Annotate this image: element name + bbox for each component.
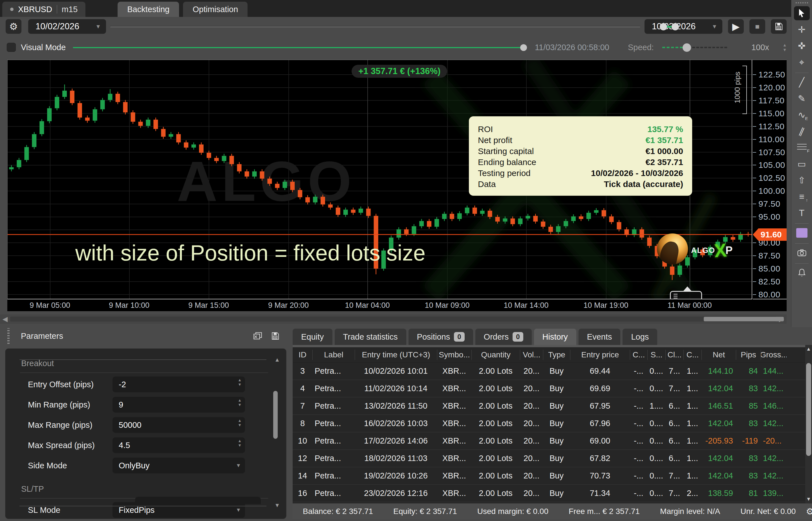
scroll-down-icon[interactable]: ▼ <box>274 502 280 508</box>
fibonacci-icon[interactable]: F <box>794 140 810 155</box>
crosshair-icon[interactable]: ✛ <box>794 23 810 37</box>
column-header[interactable]: S... <box>647 350 665 360</box>
tab-optimisation[interactable]: Optimisation <box>183 2 248 17</box>
parameter-select[interactable]: FixedPips▼ <box>112 502 245 518</box>
rectangle-icon[interactable]: ▭ <box>794 157 810 171</box>
time-axis[interactable]: 9 Mar 05:009 Mar 10:009 Mar 15:009 Mar 2… <box>7 300 787 311</box>
stepper-arrows[interactable]: ▲▼ <box>238 399 242 407</box>
tab-trade-statistics[interactable]: Trade statistics <box>335 329 406 345</box>
end-date-select[interactable]: 10/03/2026 ▼ <box>644 19 722 34</box>
tab-history[interactable]: History <box>534 329 576 345</box>
scrollbar-thumb[interactable] <box>704 317 784 321</box>
candlestick-chart[interactable]: ALGO +1 357.71 € (+136%) ROI135.77 %Net … <box>7 60 752 299</box>
date-range-slider[interactable] <box>110 19 641 34</box>
tab-equity[interactable]: Equity <box>293 329 333 345</box>
column-header[interactable]: Symbo... <box>437 350 471 360</box>
color-swatch[interactable] <box>794 226 810 240</box>
range-handle-start[interactable] <box>660 23 667 30</box>
arrow-up-icon[interactable]: ⇧ <box>794 173 810 187</box>
visual-mode-checkbox[interactable] <box>7 43 16 52</box>
save-button[interactable] <box>771 19 787 34</box>
price-axis[interactable]: 91.60 122.50120.00117.50115.00112.50110.… <box>753 60 787 299</box>
symbol-tab[interactable]: XBRUSD m15 <box>2 2 85 17</box>
parameter-stepper[interactable]: 4.5▲▼ <box>112 437 245 453</box>
play-button[interactable]: ▶ <box>728 19 744 34</box>
parameter-stepper[interactable]: 50000▲▼ <box>112 417 245 433</box>
speed-stepper[interactable]: ▲▼ <box>783 43 787 51</box>
column-header[interactable]: ID <box>293 350 313 360</box>
progress-handle[interactable] <box>520 44 527 51</box>
table-row[interactable]: 7Petra...13/02/2026 11:50XBR...2.00 Lots… <box>293 398 805 415</box>
column-header[interactable]: Entry price <box>570 350 630 360</box>
parameter-stepper[interactable]: 9▲▼ <box>112 397 245 413</box>
column-header[interactable]: Gross... <box>761 350 787 360</box>
bell-icon[interactable] <box>794 266 810 280</box>
table-row[interactable]: 3Petra...10/02/2026 10:01XBR...2.00 Lots… <box>293 362 805 380</box>
strip-drag-handle[interactable] <box>796 2 808 3</box>
load-preset-button[interactable] <box>252 330 264 342</box>
column-header[interactable]: Net <box>702 350 736 360</box>
table-row[interactable]: 4Petra...11/02/2026 10:14XBR...2.00 Lots… <box>293 380 805 398</box>
range-handle-end[interactable] <box>671 23 679 30</box>
cursor-icon[interactable] <box>794 6 810 20</box>
table-row[interactable]: 8Petra...16/02/2026 10:03XBR...2.00 Lots… <box>293 415 805 432</box>
column-header[interactable]: Label <box>313 350 355 360</box>
parameter-value: 50000 <box>112 421 142 430</box>
column-header[interactable]: Quantity <box>471 350 520 360</box>
stop-button[interactable]: ■ <box>749 19 765 34</box>
table-row[interactable]: 12Petra...18/02/2026 11:03XBR...2.00 Lot… <box>293 450 805 467</box>
draw-icon[interactable]: ✎ <box>794 92 810 106</box>
table-scrollbar-thumb[interactable] <box>806 363 811 456</box>
tab-backtesting[interactable]: Backtesting <box>117 2 179 17</box>
channel-icon[interactable]: ∥ <box>794 124 810 138</box>
tab-positions[interactable]: Positions0 <box>408 329 473 345</box>
levels-icon[interactable]: ≡↑ <box>794 189 810 204</box>
column-header[interactable]: Vol... <box>520 350 543 360</box>
tab-logs[interactable]: Logs <box>622 329 657 345</box>
table-cell: 6... <box>665 436 683 446</box>
statusbar-settings-button[interactable]: ⚙ <box>806 506 812 517</box>
tab-orders[interactable]: Orders0 <box>475 329 532 345</box>
chart-drag-handle[interactable] <box>670 291 702 299</box>
scroll-down-icon[interactable]: ▼ <box>805 496 812 502</box>
chart-section: ALGO +1 357.71 € (+136%) ROI135.77 %Net … <box>0 60 791 327</box>
table-row[interactable]: 10Petra...17/02/2026 14:06XBR...2.00 Lot… <box>293 432 805 450</box>
scrollbar-track[interactable] <box>10 317 776 322</box>
cursor-icon <box>798 8 806 18</box>
parameters-scrollbar-thumb[interactable] <box>273 391 278 439</box>
table-row[interactable]: 14Petra...19/02/2026 10:26XBR...2.00 Lot… <box>293 467 805 485</box>
speed-handle[interactable] <box>683 43 691 52</box>
table-scrollbar[interactable]: ▲ ▼ <box>805 345 812 503</box>
elliott-wave-icon[interactable]: ∿E <box>794 108 810 122</box>
measure-icon[interactable]: ⌖ <box>794 55 810 69</box>
price-tick-label: 102.50 <box>758 173 785 183</box>
column-header[interactable]: Pips <box>736 350 761 360</box>
stepper-arrows[interactable]: ▲▼ <box>238 419 242 427</box>
column-header[interactable]: C... <box>683 350 702 360</box>
scroll-up-icon[interactable]: ▲ <box>274 357 280 363</box>
text-icon[interactable]: T <box>794 206 810 220</box>
table-row[interactable]: 16Petra...23/02/2026 12:16XBR...2.00 Lot… <box>293 485 805 502</box>
column-header[interactable]: Entry time (UTC+3) <box>355 350 437 360</box>
chart-scrollbar[interactable]: ◀ ▶ <box>0 314 787 324</box>
parameter-stepper[interactable]: -2▲▼ <box>112 377 245 392</box>
speed-slider[interactable] <box>662 41 727 53</box>
column-header[interactable]: Type <box>543 350 570 360</box>
column-header[interactable]: C... <box>630 350 647 360</box>
parameter-select[interactable]: OnlyBuy▼ <box>112 458 245 473</box>
tab-events[interactable]: Events <box>579 329 621 345</box>
settings-button[interactable]: ⚙ <box>6 19 21 34</box>
start-date-select[interactable]: 10/02/2026 ▼ <box>28 19 106 34</box>
save-preset-button[interactable] <box>269 330 281 342</box>
scroll-left-icon[interactable]: ◀ <box>0 315 10 323</box>
camera-icon[interactable] <box>794 246 810 260</box>
column-header[interactable]: Cl... <box>665 350 683 360</box>
table-cell: 70.73 <box>570 471 630 480</box>
crosshair-dots-icon[interactable]: ✜ <box>794 39 810 53</box>
panel-drag-handle[interactable] <box>7 328 9 344</box>
trendline-icon[interactable]: ╱ <box>794 75 810 89</box>
stepper-arrows[interactable]: ▲▼ <box>238 439 242 447</box>
scroll-up-icon[interactable]: ▲ <box>805 346 812 352</box>
stepper-arrows[interactable]: ▲▼ <box>238 378 242 386</box>
backtest-progress-slider[interactable] <box>73 42 530 53</box>
